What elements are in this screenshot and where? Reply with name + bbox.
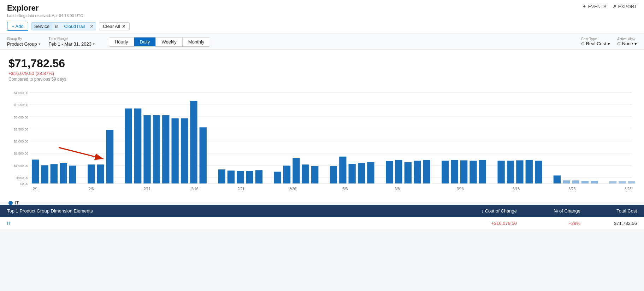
svg-text:$4,000.00: $4,000.00	[14, 91, 28, 95]
svg-rect-38	[246, 171, 253, 184]
group-by-arrow-icon: ▾	[39, 42, 40, 46]
svg-rect-27	[134, 109, 141, 184]
clear-all-button[interactable]: Clear All ✕	[99, 22, 129, 30]
cost-compare: Compared to previous 59 days	[8, 77, 636, 82]
time-range-control: Time Range Feb 1 - Mar 31, 2023 ▾	[49, 37, 95, 47]
main-content: $71,782.56 +$16,079.50 (28.87%) Compared…	[0, 50, 644, 202]
group-by-label: Group By	[7, 37, 40, 41]
th-name: Top 1 Product Group Dimension Elements	[7, 208, 446, 214]
time-range-dropdown[interactable]: Feb 1 - Mar 31, 2023 ▾	[49, 41, 95, 47]
svg-rect-26	[125, 109, 132, 184]
svg-text:3/28: 3/28	[625, 187, 632, 191]
svg-rect-56	[451, 160, 458, 183]
active-view-dropdown[interactable]: ⊙ None ▾	[617, 41, 637, 46]
svg-rect-50	[386, 161, 393, 184]
svg-text:$500.00: $500.00	[17, 176, 28, 180]
svg-rect-48	[358, 163, 365, 184]
svg-rect-53	[414, 161, 421, 184]
svg-text:2/21: 2/21	[237, 187, 244, 191]
svg-rect-22	[69, 166, 76, 184]
time-range-arrow-icon: ▾	[93, 42, 95, 46]
time-range-label: Time Range	[49, 37, 95, 41]
filter-tag-service: Service is CloudTrail ✕	[31, 22, 96, 30]
cost-type-label: Cost Type	[581, 37, 610, 41]
svg-text:$2,500.00: $2,500.00	[14, 128, 28, 131]
svg-text:3/13: 3/13	[457, 187, 464, 191]
svg-text:3/23: 3/23	[569, 187, 576, 191]
svg-rect-42	[293, 158, 300, 184]
right-controls: Cost Type ⊙ Real Cost ▾ Active View ⊙ No…	[581, 37, 637, 46]
summary-section: $71,782.56 +$16,079.50 (28.87%) Compared…	[8, 57, 636, 82]
td-pct-of-change: +29%	[517, 221, 580, 226]
cost-type-icon: ⊙	[581, 41, 585, 46]
svg-text:$3,000.00: $3,000.00	[14, 115, 28, 119]
svg-rect-51	[395, 160, 402, 183]
svg-rect-49	[367, 162, 374, 184]
svg-text:3/8: 3/8	[395, 187, 400, 191]
controls-bar: Group By Product Group ▾ Time Range Feb …	[0, 34, 644, 50]
svg-rect-68	[581, 181, 589, 184]
filter-remove-button[interactable]: ✕	[88, 23, 96, 30]
th-total-cost: Total Cost	[580, 208, 637, 214]
svg-rect-47	[349, 164, 356, 184]
td-name[interactable]: IT	[7, 221, 446, 226]
svg-rect-21	[60, 163, 67, 184]
page-title: Explorer	[7, 4, 83, 13]
export-button[interactable]: ↗ EXPORT	[612, 4, 637, 9]
svg-rect-32	[181, 118, 188, 184]
svg-rect-62	[516, 161, 523, 184]
filter-row: + Add Service is CloudTrail ✕ Clear All …	[7, 19, 637, 34]
active-view-label: Active View	[617, 37, 637, 41]
svg-rect-24	[97, 164, 104, 184]
svg-text:2/11: 2/11	[144, 187, 151, 191]
cost-type-dropdown[interactable]: ⊙ Real Cost ▾	[581, 41, 610, 46]
svg-rect-63	[526, 160, 533, 183]
legend-dot-it	[8, 201, 13, 205]
legend-label-it: IT	[15, 200, 19, 205]
svg-rect-66	[563, 180, 570, 184]
top-actions: ✦ EVENTS ↗ EXPORT	[582, 4, 637, 9]
svg-text:$0.00: $0.00	[20, 182, 28, 186]
time-period-tabs: Hourly Daily Weekly Monthly	[109, 37, 210, 47]
td-cost-of-change: +$16,079.50	[446, 221, 517, 226]
bar-chart: $4,000.00 $3,500.00 $3,000.00 $2,500.00 …	[8, 89, 636, 195]
events-button[interactable]: ✦ EVENTS	[582, 4, 607, 9]
cost-type-control: Cost Type ⊙ Real Cost ▾	[581, 37, 610, 46]
svg-rect-44	[311, 166, 318, 184]
svg-rect-18	[32, 159, 39, 184]
svg-text:$2,000.00: $2,000.00	[14, 140, 28, 143]
svg-rect-39	[255, 170, 262, 184]
svg-rect-34	[200, 127, 207, 184]
svg-rect-61	[507, 161, 514, 184]
tab-hourly[interactable]: Hourly	[109, 37, 134, 46]
svg-rect-59	[479, 160, 486, 183]
svg-rect-72	[628, 181, 635, 183]
filter-value: CloudTrail	[61, 23, 88, 30]
filter-dimension: Service	[31, 23, 52, 30]
th-cost-of-change: ↓ Cost of Change	[446, 208, 517, 214]
svg-rect-60	[498, 161, 505, 184]
active-view-icon: ⊙	[617, 41, 621, 46]
svg-rect-71	[619, 181, 626, 183]
cost-change: +$16,079.50 (28.87%)	[8, 71, 636, 76]
svg-rect-29	[153, 115, 160, 184]
svg-text:$3,500.00: $3,500.00	[14, 103, 28, 107]
th-pct-of-change: % of Change	[517, 208, 580, 214]
svg-rect-19	[41, 165, 48, 183]
filter-operator: is	[52, 23, 61, 30]
tab-monthly[interactable]: Monthly	[183, 37, 210, 46]
chart-legend: IT	[8, 200, 636, 205]
group-by-dropdown[interactable]: Product Group ▾	[7, 41, 40, 47]
svg-text:2/6: 2/6	[89, 187, 94, 191]
svg-text:3/18: 3/18	[513, 187, 520, 191]
page-header: Explorer Last billing data received: Apr…	[7, 4, 83, 18]
svg-rect-45	[330, 166, 337, 184]
table-section: Top 1 Product Group Dimension Elements ↓…	[0, 205, 644, 230]
add-filter-button[interactable]: + Add	[7, 22, 28, 31]
svg-rect-23	[88, 164, 95, 184]
tab-weekly[interactable]: Weekly	[156, 37, 182, 46]
svg-rect-70	[609, 181, 616, 183]
group-by-control: Group By Product Group ▾	[7, 37, 40, 47]
tab-daily[interactable]: Daily	[134, 37, 156, 46]
active-view-control: Active View ⊙ None ▾	[617, 37, 637, 46]
